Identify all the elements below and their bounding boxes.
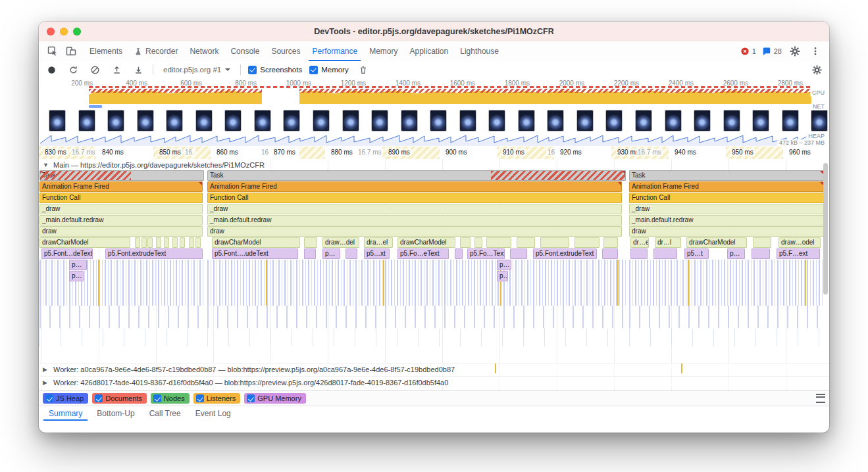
worker-track-header[interactable]: ▶ Worker: 426d8017-fade-4019-8367-d16f0d…	[39, 376, 829, 388]
flame-segment[interactable]: p…	[497, 260, 511, 270]
inspect-element-icon[interactable]	[45, 44, 60, 59]
filmstrip-thumbnail[interactable]	[196, 110, 212, 131]
flame-segment[interactable]: _draw	[207, 204, 622, 214]
flame-segment[interactable]: p5.Font.extrudeText	[105, 248, 203, 259]
filmstrip-thumbnail[interactable]	[548, 110, 563, 131]
flame-segment[interactable]	[574, 237, 600, 248]
screenshots-checkbox[interactable]: Screenshots	[248, 66, 302, 74]
flame-segment[interactable]: p5…xt	[364, 248, 390, 259]
flame-segment[interactable]: dr…l	[655, 237, 681, 248]
flame-segment[interactable]: draw…del	[322, 237, 359, 248]
flame-segment[interactable]: _main.default.redraw	[629, 215, 824, 225]
flame-segment[interactable]: draw	[207, 226, 622, 237]
filmstrip-thumbnail[interactable]	[636, 110, 651, 131]
filmstrip-thumbnail[interactable]	[489, 110, 505, 131]
filmstrip-thumbnail[interactable]	[372, 110, 388, 131]
expand-triangle-icon[interactable]: ▶	[43, 366, 49, 373]
flame-segment[interactable]: p…	[497, 271, 508, 281]
flame-segment[interactable]	[455, 248, 463, 259]
tab-performance[interactable]: Performance	[306, 41, 363, 61]
bottom-tab-call-tree[interactable]: Call Tree	[142, 406, 188, 421]
flame-chart-pane[interactable]: ▼ Main — https://editor.p5js.org/davepag…	[39, 159, 829, 390]
filmstrip-thumbnail[interactable]	[460, 110, 476, 131]
tab-application[interactable]: Application	[404, 41, 455, 61]
flame-segment[interactable]: Animation Frame Fired	[207, 181, 622, 192]
flame-segment[interactable]	[189, 237, 194, 248]
flame-segment[interactable]: draw	[629, 226, 824, 237]
flame-segment[interactable]: Animation Frame Fired	[629, 181, 824, 192]
flame-segment[interactable]	[164, 237, 169, 248]
flame-segment[interactable]	[180, 237, 185, 248]
flame-segment[interactable]: draw	[39, 226, 203, 237]
flame-segment[interactable]	[753, 237, 771, 248]
flame-segment[interactable]: drawCharModel	[212, 237, 300, 248]
flame-segment[interactable]	[141, 237, 147, 248]
device-toolbar-icon[interactable]	[64, 44, 78, 59]
record-button[interactable]	[44, 62, 59, 77]
flame-segment[interactable]: Animation Frame Fired	[39, 181, 203, 192]
memory-checkbox[interactable]: Memory	[309, 66, 349, 74]
tab-console[interactable]: Console	[224, 41, 265, 61]
legend-gpu-memory[interactable]: GPU Memory	[244, 393, 306, 404]
flame-segment[interactable]	[630, 248, 648, 259]
flame-segment[interactable]: _main.default.redraw	[39, 215, 203, 225]
flame-segment[interactable]: drawCharModel	[397, 237, 455, 248]
filmstrip-thumbnail[interactable]	[782, 110, 798, 131]
flame-segment[interactable]	[345, 248, 357, 259]
tab-memory[interactable]: Memory	[363, 41, 403, 61]
more-options-kebab-icon[interactable]	[808, 44, 823, 59]
flame-segment[interactable]: drawCharModel	[686, 237, 747, 248]
issues-badge[interactable]: 28	[762, 47, 782, 56]
legend-nodes[interactable]: Nodes	[151, 393, 190, 404]
filmstrip-thumbnail[interactable]	[811, 110, 827, 131]
expand-triangle-icon[interactable]: ▶	[43, 379, 49, 386]
flame-segment[interactable]: Function Call	[39, 193, 203, 203]
timeline-overview[interactable]: 200 ms400 ms600 ms800 ms1000 ms1200 ms14…	[39, 78, 829, 147]
flame-segment[interactable]: _main.default.redraw	[207, 215, 622, 225]
flame-segment[interactable]	[304, 248, 316, 259]
flame-segment[interactable]: p5…t	[684, 248, 709, 259]
error-badge[interactable]: 1	[740, 47, 756, 56]
flame-segment[interactable]: p5.Font.extrudeText	[533, 248, 597, 259]
flame-segment[interactable]: draw…odel	[779, 237, 821, 248]
filmstrip-thumbnail[interactable]	[665, 110, 681, 131]
flame-segment[interactable]	[602, 248, 618, 259]
flame-segment[interactable]: p…	[727, 248, 745, 259]
detail-time-ruler[interactable]: 830 ms840 ms850 ms860 ms870 ms880 ms890 …	[39, 147, 829, 160]
flame-segment[interactable]: drawCharModel	[39, 237, 130, 248]
vertical-scrollbar-thumb[interactable]	[823, 163, 828, 295]
flame-segment[interactable]: dra…el	[364, 237, 393, 248]
filmstrip-thumbnail[interactable]	[138, 110, 153, 131]
bottom-tab-bottom-up[interactable]: Bottom-Up	[89, 406, 141, 421]
filmstrip-thumbnail[interactable]	[108, 110, 124, 131]
filmstrip-thumbnail[interactable]	[519, 110, 534, 131]
filmstrip-thumbnail[interactable]	[577, 110, 593, 131]
bottom-tab-event-log[interactable]: Event Log	[188, 406, 238, 421]
save-profile-button[interactable]	[131, 62, 145, 77]
filmstrip-thumbnail[interactable]	[284, 110, 299, 131]
filmstrip-thumbnail[interactable]	[343, 110, 359, 131]
flame-segment[interactable]: _draw	[629, 204, 824, 214]
flame-segment[interactable]: p5.F…ext	[777, 248, 820, 259]
filmstrip-thumbnail[interactable]	[401, 110, 417, 131]
filmstrip-thumbnail[interactable]	[49, 110, 65, 131]
legend-js-heap[interactable]: JS Heap	[43, 393, 88, 404]
flame-segment[interactable]: dr…el	[630, 237, 649, 248]
flame-segment[interactable]	[474, 237, 482, 248]
flame-segment[interactable]: p5.Fo…eText	[397, 248, 449, 259]
clear-button[interactable]	[88, 62, 102, 77]
flame-segment[interactable]	[752, 248, 770, 259]
filmstrip-thumbnail[interactable]	[225, 110, 241, 131]
flame-segment[interactable]	[135, 237, 140, 248]
flame-segment[interactable]	[603, 237, 618, 248]
tab-sources[interactable]: Sources	[265, 41, 306, 61]
flame-segment[interactable]	[156, 237, 161, 248]
flame-segment[interactable]	[486, 237, 511, 248]
filmstrip-thumbnail[interactable]	[606, 110, 622, 131]
flame-segment[interactable]	[653, 248, 677, 259]
flame-segment[interactable]: p…	[322, 248, 340, 259]
flame-segment[interactable]	[460, 237, 471, 248]
flame-segment[interactable]: p…	[69, 260, 87, 270]
flame-segment[interactable]: p…	[69, 271, 84, 281]
tab-lighthouse[interactable]: Lighthouse	[454, 41, 505, 61]
